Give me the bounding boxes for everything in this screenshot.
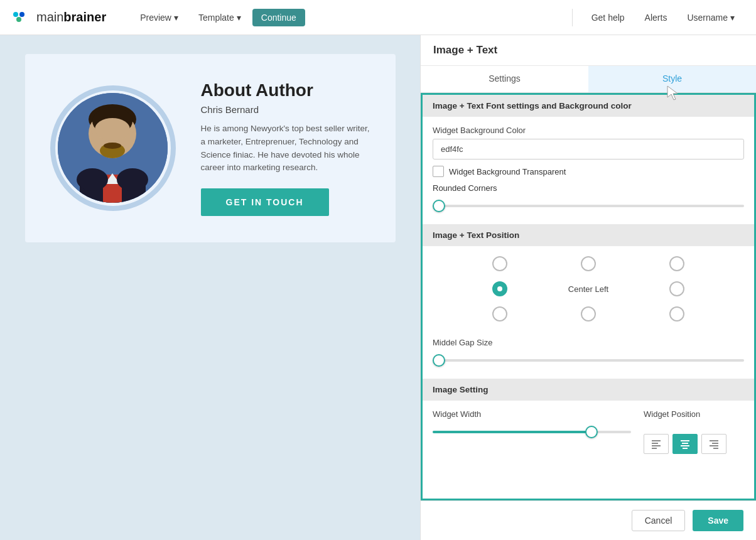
chevron-down-icon: ▾ bbox=[730, 13, 735, 23]
panel-footer: Cancel Save bbox=[421, 500, 756, 540]
svg-point-9 bbox=[95, 118, 130, 141]
middle-gap-slider[interactable] bbox=[433, 351, 744, 370]
position-center-right[interactable] bbox=[669, 281, 684, 296]
tab-style[interactable]: Style bbox=[588, 66, 756, 92]
font-bg-section-header: Image + Text Font settings and Backgroun… bbox=[423, 95, 754, 117]
rounded-corners-track bbox=[433, 205, 744, 207]
avatar bbox=[58, 93, 168, 203]
bg-transparent-row: Widget Background Transparent bbox=[433, 166, 744, 177]
svg-rect-23 bbox=[682, 443, 688, 444]
widget-width-slider[interactable] bbox=[433, 423, 631, 441]
svg-rect-29 bbox=[713, 448, 718, 449]
position-top-center[interactable] bbox=[581, 256, 596, 271]
svg-point-16 bbox=[117, 168, 148, 191]
preview-area: About Author Chris Bernard He is among N… bbox=[0, 35, 420, 540]
middle-gap-track bbox=[433, 359, 744, 362]
widget-position-label: Widget Position bbox=[644, 409, 744, 419]
rounded-corners-thumb[interactable] bbox=[433, 200, 445, 212]
svg-rect-26 bbox=[710, 440, 718, 441]
svg-rect-27 bbox=[712, 443, 718, 444]
image-setting-body: Widget Width Widget Position bbox=[423, 401, 754, 463]
gap-section: Middel Gap Size bbox=[423, 332, 754, 379]
author-name: Chris Bernard bbox=[201, 104, 370, 115]
align-right-button[interactable] bbox=[701, 434, 726, 454]
svg-point-15 bbox=[77, 168, 108, 191]
main-layout: About Author Chris Bernard He is among N… bbox=[0, 35, 756, 540]
svg-point-0 bbox=[13, 12, 18, 17]
position-bottom-center[interactable] bbox=[581, 306, 596, 321]
widget-position-col: Widget Position bbox=[644, 409, 744, 454]
rounded-corners-label: Rounded Corners bbox=[433, 183, 744, 193]
preview-menu[interactable]: Preview ▾ bbox=[131, 9, 187, 26]
image-setting-cols: Widget Width Widget Position bbox=[433, 409, 744, 454]
right-panel: Image + Text Settings Style Image + Text… bbox=[420, 35, 756, 540]
navbar: mainbrainer Preview ▾ Template ▾ Continu… bbox=[0, 0, 756, 35]
position-section-header: Image + Text Position bbox=[423, 224, 754, 246]
position-center-left[interactable] bbox=[492, 281, 507, 296]
logo-text: mainbrainer bbox=[36, 10, 106, 24]
widget-width-thumb[interactable] bbox=[585, 426, 598, 438]
font-bg-section-body: Widget Background Color Widget Backgroun… bbox=[423, 117, 754, 224]
save-button[interactable]: Save bbox=[693, 510, 743, 531]
author-title: About Author bbox=[201, 80, 370, 100]
bg-transparent-checkbox[interactable] bbox=[433, 166, 444, 177]
avatar-image bbox=[58, 93, 168, 203]
avatar-wrapper bbox=[50, 85, 176, 211]
username-menu[interactable]: Username ▾ bbox=[678, 9, 743, 26]
align-left-icon bbox=[651, 439, 661, 449]
position-grid: Center Left bbox=[423, 246, 754, 332]
svg-rect-20 bbox=[652, 445, 661, 446]
text-content: About Author Chris Bernard He is among N… bbox=[201, 80, 370, 217]
svg-rect-22 bbox=[681, 440, 689, 441]
middle-gap-label: Middel Gap Size bbox=[433, 338, 744, 347]
svg-rect-24 bbox=[681, 445, 689, 446]
position-bottom-right[interactable] bbox=[669, 306, 684, 321]
svg-rect-25 bbox=[683, 448, 688, 449]
svg-rect-18 bbox=[652, 440, 661, 441]
logo[interactable]: mainbrainer bbox=[13, 10, 106, 24]
widget-card: About Author Chris Bernard He is among N… bbox=[25, 54, 396, 242]
svg-rect-28 bbox=[710, 445, 718, 446]
bg-color-input[interactable] bbox=[433, 139, 744, 159]
svg-point-11 bbox=[104, 143, 121, 149]
alerts-link[interactable]: Alerts bbox=[636, 9, 676, 26]
position-bottom-left[interactable] bbox=[492, 306, 507, 321]
cancel-button[interactable]: Cancel bbox=[632, 510, 686, 531]
widget-width-col: Widget Width bbox=[433, 409, 631, 441]
continue-button[interactable]: Continue bbox=[252, 9, 305, 26]
nav-links: Preview ▾ Template ▾ Continue bbox=[131, 9, 572, 26]
tab-settings[interactable]: Settings bbox=[421, 66, 588, 92]
widget-width-label: Widget Width bbox=[433, 409, 631, 419]
position-top-right[interactable] bbox=[669, 256, 684, 271]
middle-gap-thumb[interactable] bbox=[433, 354, 445, 367]
position-top-left[interactable] bbox=[492, 256, 507, 271]
get-help-link[interactable]: Get help bbox=[583, 9, 634, 26]
widget-width-fill bbox=[433, 431, 591, 433]
bg-color-label: Widget Background Color bbox=[433, 126, 744, 135]
svg-point-1 bbox=[19, 12, 24, 17]
author-bio: He is among Newyork's top best seller wr… bbox=[201, 122, 370, 175]
rounded-corners-slider[interactable] bbox=[433, 197, 744, 215]
svg-rect-21 bbox=[652, 448, 657, 449]
panel-header: Image + Text bbox=[421, 35, 756, 66]
svg-rect-19 bbox=[652, 443, 658, 444]
align-center-icon bbox=[680, 439, 690, 449]
widget-width-track bbox=[433, 431, 631, 433]
center-left-label: Center Left bbox=[568, 284, 608, 294]
logo-icon bbox=[13, 11, 31, 24]
align-center-button[interactable] bbox=[672, 434, 698, 454]
cta-button[interactable]: GET IN TOUCH bbox=[201, 188, 329, 216]
panel-body: Image + Text Font settings and Backgroun… bbox=[421, 93, 756, 500]
svg-point-2 bbox=[16, 17, 21, 22]
panel-tabs: Settings Style bbox=[421, 66, 756, 93]
nav-right: Get help Alerts Username ▾ bbox=[572, 9, 743, 26]
chevron-down-icon: ▾ bbox=[174, 13, 178, 23]
position-buttons bbox=[644, 434, 744, 454]
chevron-down-icon: ▾ bbox=[237, 13, 241, 23]
align-right-icon bbox=[709, 439, 719, 449]
image-setting-header: Image Setting bbox=[423, 379, 754, 401]
align-left-button[interactable] bbox=[644, 434, 669, 454]
bg-transparent-label: Widget Background Transparent bbox=[449, 167, 566, 176]
template-menu[interactable]: Template ▾ bbox=[190, 9, 250, 26]
